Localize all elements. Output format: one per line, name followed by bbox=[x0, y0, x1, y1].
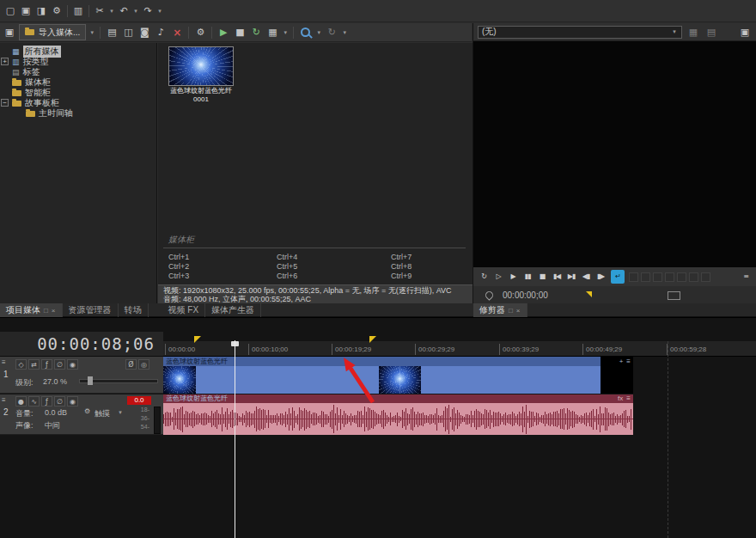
refresh-icon[interactable]: ↻ bbox=[325, 26, 338, 39]
pan-value[interactable]: 中间 bbox=[45, 420, 60, 431]
refresh-dropdown-icon[interactable]: ▾ bbox=[341, 29, 348, 36]
disabled-tool-button[interactable] bbox=[629, 272, 638, 282]
tab-media-generators[interactable]: 媒体产生器 bbox=[205, 303, 261, 317]
capture-video-icon[interactable]: ◫ bbox=[121, 26, 135, 39]
media-properties-icon[interactable]: ⚙ bbox=[193, 26, 207, 39]
pause-button[interactable]: ▮▮ bbox=[521, 270, 534, 284]
level-slider-thumb[interactable] bbox=[88, 376, 93, 385]
automation-gear-icon[interactable]: ⚙ bbox=[84, 407, 90, 415]
playhead-cursor[interactable] bbox=[235, 340, 235, 538]
bypass-fx-icon[interactable]: Ø bbox=[125, 359, 137, 370]
disabled-tool-button[interactable] bbox=[689, 272, 698, 282]
trimmer-clip-select[interactable]: (无) ▾ bbox=[478, 26, 682, 39]
expand-icon[interactable]: + bbox=[1, 58, 9, 65]
track-motion-icon[interactable]: ⇄ bbox=[28, 359, 40, 370]
clip-plus-icon[interactable]: + bbox=[619, 357, 624, 366]
project-properties-icon[interactable]: ⚙ bbox=[50, 4, 64, 17]
tree-item-main-timeline[interactable]: 主时间轴 bbox=[0, 108, 156, 119]
media-thumbnail[interactable]: 蓝色球纹射蓝色光纤 0001 bbox=[168, 46, 234, 103]
undo-icon[interactable]: ↶ bbox=[117, 4, 131, 17]
composite-mode-icon[interactable]: ◎ bbox=[138, 359, 149, 370]
tree-item-smart-bin[interactable]: 智能柜 bbox=[0, 88, 156, 98]
collapse-icon[interactable]: − bbox=[1, 99, 9, 107]
prev-frame-button[interactable]: ◀▮ bbox=[579, 270, 593, 284]
mute-icon[interactable]: ∅ bbox=[54, 359, 65, 370]
views-icon[interactable]: ▦ bbox=[265, 26, 279, 39]
loop-playback-button[interactable]: ↻ bbox=[477, 270, 491, 284]
transport-menu-icon[interactable]: ≡ bbox=[739, 270, 753, 284]
go-to-end-button[interactable]: ▶▮ bbox=[564, 270, 578, 284]
video-track-header[interactable]: ≡ 1 ◇ ⇄ ƒ ∅ ◉ Ø ◎ 级别: 27.0 % bbox=[0, 357, 163, 394]
tab-project-media[interactable]: 项目媒体 □ × bbox=[0, 303, 63, 317]
track-fx-icon[interactable]: ƒ bbox=[41, 359, 52, 370]
trimmer-marker-icon[interactable] bbox=[586, 291, 592, 297]
zoom-dropdown-icon[interactable]: ▾ bbox=[315, 29, 322, 36]
arm-record-icon[interactable]: ● bbox=[15, 396, 27, 407]
preview-stop-icon[interactable]: ■ bbox=[233, 26, 247, 39]
tab-transitions[interactable]: 转场 bbox=[119, 303, 149, 317]
solo-icon[interactable]: ◉ bbox=[67, 396, 78, 407]
redo-icon[interactable]: ↷ bbox=[141, 4, 155, 17]
new-project-icon[interactable]: ▢ bbox=[3, 4, 17, 17]
panel-icon[interactable]: ▣ bbox=[3, 26, 16, 39]
audio-track-header[interactable]: ≡ 2 ● ∿ ƒ ∅ ◉ 0.0 音量: 0.0 dB ⚙ 触摸 ▾ 声像: … bbox=[0, 394, 163, 435]
disabled-tool-button[interactable] bbox=[701, 272, 710, 282]
float-icon[interactable]: □ bbox=[44, 307, 48, 315]
tab-trimmer[interactable]: 修剪器 □ × bbox=[473, 303, 527, 317]
save-icon[interactable]: ▤ bbox=[105, 26, 119, 39]
play-button[interactable]: ▶ bbox=[506, 270, 520, 284]
float-window-icon[interactable]: ▣ bbox=[738, 26, 752, 39]
disabled-tool-button[interactable] bbox=[677, 272, 686, 282]
redo-dropdown-icon[interactable]: ▾ bbox=[156, 8, 163, 15]
disabled-tool-button[interactable] bbox=[641, 272, 650, 282]
dock-grid-icon[interactable]: ▦ bbox=[686, 26, 700, 39]
invert-phase-icon[interactable]: ∿ bbox=[28, 396, 40, 407]
solo-icon[interactable]: ◉ bbox=[67, 359, 78, 370]
selection-region-icon[interactable] bbox=[668, 291, 680, 300]
float-icon[interactable]: □ bbox=[509, 307, 513, 315]
import-dropdown-icon[interactable]: ▾ bbox=[88, 29, 95, 36]
import-media-button[interactable]: 导入媒体... bbox=[19, 24, 86, 40]
tree-item-tags[interactable]: ▤ 标签 bbox=[0, 67, 156, 77]
pin-window-icon[interactable]: ▤ bbox=[704, 26, 718, 39]
track-menu-icon[interactable]: ≡ bbox=[2, 358, 6, 366]
loop-region-marker[interactable] bbox=[369, 336, 376, 343]
tab-explorer[interactable]: 资源管理器 bbox=[63, 303, 119, 317]
clip-fx-icon[interactable]: fx bbox=[618, 394, 623, 403]
auto-preview-icon[interactable]: ↻ bbox=[249, 26, 263, 39]
trim-icon[interactable]: ✂ bbox=[93, 4, 107, 17]
chevron-down-icon[interactable]: ▾ bbox=[117, 409, 124, 416]
extract-audio-icon[interactable]: ♪ bbox=[154, 26, 168, 39]
views-dropdown-icon[interactable]: ▾ bbox=[282, 29, 289, 36]
render-as-icon[interactable]: ◨ bbox=[34, 4, 48, 17]
disabled-tool-button[interactable] bbox=[665, 272, 674, 282]
undo-dropdown-icon[interactable]: ▾ bbox=[132, 8, 139, 15]
close-icon[interactable]: × bbox=[516, 307, 521, 315]
auto-scroll-button[interactable]: ↵ bbox=[611, 270, 625, 284]
mute-icon[interactable]: ∅ bbox=[54, 396, 65, 407]
level-slider[interactable] bbox=[79, 379, 158, 383]
timeline-timecode-display[interactable]: 00:00:08;06 bbox=[0, 332, 163, 357]
tab-video-fx[interactable]: 视频 FX bbox=[162, 303, 206, 317]
close-icon[interactable]: × bbox=[52, 307, 56, 315]
trimmer-timecode[interactable]: 00:00:00;00 bbox=[503, 290, 548, 300]
play-from-start-button[interactable]: ▷ bbox=[491, 270, 505, 284]
preview-play-icon[interactable]: ▶ bbox=[216, 26, 230, 39]
disabled-tool-button[interactable] bbox=[653, 272, 662, 282]
trim-dropdown-icon[interactable]: ▾ bbox=[108, 8, 115, 15]
stop-button[interactable]: ■ bbox=[535, 270, 549, 284]
save-project-icon[interactable]: ▣ bbox=[19, 4, 33, 17]
track-menu-icon[interactable]: ≡ bbox=[2, 396, 6, 404]
next-frame-button[interactable]: ▮▶ bbox=[594, 270, 607, 284]
clip-menu-icon[interactable]: ≡ bbox=[626, 357, 631, 366]
zoom-icon[interactable] bbox=[301, 28, 310, 37]
go-to-start-button[interactable]: ▮◀ bbox=[550, 270, 564, 284]
tree-item-media-bin[interactable]: 媒体柜 bbox=[0, 77, 156, 88]
volume-value[interactable]: 0.0 dB bbox=[45, 408, 67, 417]
tree-item-storyboard-bin[interactable]: − 故事板柜 bbox=[0, 98, 156, 108]
remove-media-icon[interactable]: × bbox=[170, 26, 184, 39]
clip-menu-icon[interactable]: ≡ bbox=[626, 394, 631, 403]
bypass-motion-blur-icon[interactable]: ◇ bbox=[15, 359, 27, 370]
track-fx-icon[interactable]: ƒ bbox=[41, 396, 52, 407]
get-photo-icon[interactable]: ◙ bbox=[137, 26, 151, 39]
